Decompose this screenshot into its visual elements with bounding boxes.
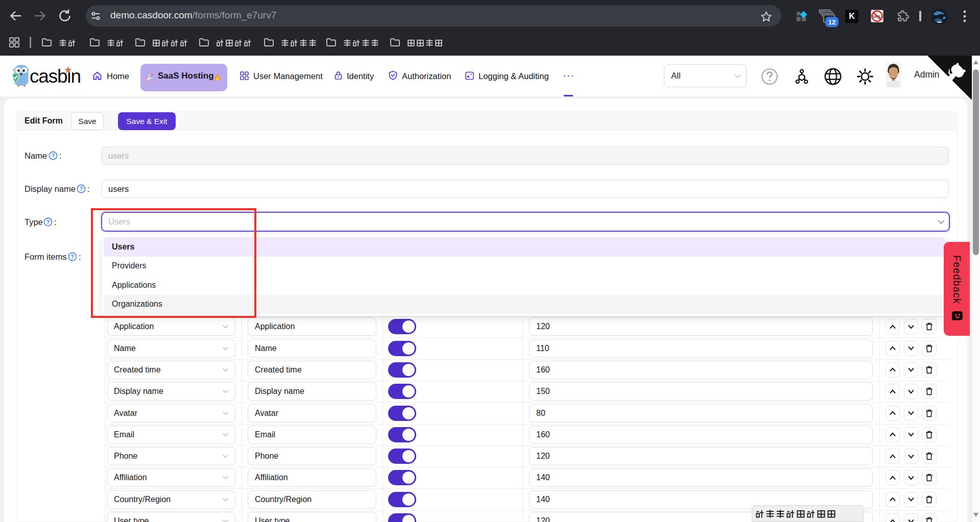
svg-text:?: ? — [80, 186, 83, 192]
svg-text:?: ? — [71, 254, 74, 260]
svg-text:?: ? — [46, 219, 50, 225]
svg-text:?: ? — [52, 153, 55, 159]
